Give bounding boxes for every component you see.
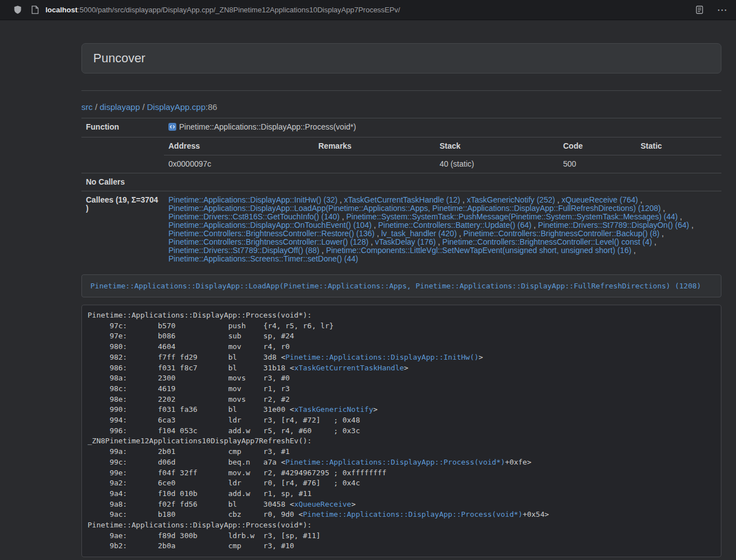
- breadcrumb-separator: /: [93, 102, 100, 112]
- callee-link[interactable]: xTaskGenericNotify (252): [467, 195, 555, 204]
- code-symbol-link[interactable]: xTaskGenericNotify: [294, 405, 373, 414]
- callee-separator: ,: [340, 212, 344, 221]
- code-symbol-link[interactable]: Pinetime::Applications::DisplayApp::Proc…: [285, 458, 505, 466]
- callee-separator: ,: [532, 221, 536, 229]
- callee-separator: ,: [337, 195, 342, 204]
- url-path: :5000/path/src/displayapp/DisplayApp.cpp…: [77, 6, 400, 14]
- browser-chrome: localhost:5000/path/src/displayapp/Displ…: [0, 0, 736, 20]
- callee-link[interactable]: xTaskGetCurrentTaskHandle (12): [344, 195, 460, 204]
- callee-link[interactable]: Pinetime::Applications::DisplayApp::Load…: [168, 204, 661, 213]
- code-symbol-link[interactable]: xQueueReceive: [294, 500, 351, 508]
- column-header-remarks: Remarks: [314, 137, 435, 155]
- disassembly: Pinetime::Applications::DisplayApp::Proc…: [81, 305, 721, 557]
- function-label: Function: [81, 118, 164, 137]
- callee-separator: ,: [689, 221, 694, 229]
- column-header-static: Static: [636, 137, 721, 155]
- callee-separator: ,: [460, 195, 465, 204]
- column-header-address: Address: [164, 137, 314, 155]
- url-host: localhost: [45, 6, 77, 14]
- function-name: Pinetime::Applications::DisplayApp::Proc…: [179, 122, 356, 131]
- callee-link[interactable]: Pinetime::Controllers::BrightnessControl…: [463, 229, 659, 238]
- callees-row: Callees (19, Σ=3704 ) Pinetime::Applicat…: [81, 191, 721, 268]
- breadcrumb-link[interactable]: displayapp: [100, 102, 140, 112]
- callee-link[interactable]: Pinetime::Controllers::BrightnessControl…: [168, 237, 368, 246]
- callee-link[interactable]: Pinetime::Components::LittleVgl::SetNewT…: [326, 246, 632, 255]
- page-title: Puncover: [93, 51, 710, 66]
- metrics-header-row: Address Remarks Stack Code Static: [164, 137, 721, 155]
- callee-separator: ,: [319, 246, 324, 255]
- divider: [81, 90, 721, 91]
- callee-link[interactable]: Pinetime::Controllers::BrightnessControl…: [442, 237, 652, 246]
- overflow-menu-icon[interactable]: ⋯: [717, 4, 728, 15]
- function-row: Function Pinetime::Applications::Display…: [81, 118, 721, 137]
- reader-view-icon[interactable]: [696, 6, 703, 14]
- callees-label: Callees (19, Σ=3704 ): [81, 191, 164, 268]
- callee-link[interactable]: lv_task_handler (420): [381, 229, 457, 238]
- static-value: [636, 155, 721, 173]
- metrics-value-row: 0x0000097c 40 (static) 500: [164, 155, 721, 173]
- callee-link[interactable]: Pinetime::Drivers::St7789::DisplayOn() (…: [538, 221, 689, 229]
- callee-link[interactable]: Pinetime::Applications::DisplayApp::Init…: [168, 195, 337, 204]
- callee-link[interactable]: xQueueReceive (764): [561, 195, 638, 204]
- callee-separator: ,: [638, 195, 642, 204]
- callee-separator: ,: [678, 212, 682, 221]
- callee-separator: ,: [372, 221, 376, 229]
- panel-heading-link[interactable]: Pinetime::Applications::DisplayApp::Load…: [82, 275, 721, 297]
- disassembly-code: Pinetime::Applications::DisplayApp::Proc…: [88, 311, 549, 550]
- column-header-code: Code: [559, 137, 636, 155]
- callee-link[interactable]: vTaskDelay (176): [375, 237, 436, 246]
- code-symbol-link[interactable]: Pinetime::Applications::DisplayApp::Proc…: [303, 510, 523, 518]
- breadcrumb-link[interactable]: src: [81, 102, 93, 112]
- remarks-value: [314, 155, 435, 173]
- stack-value: 40 (static): [435, 155, 559, 173]
- code-size-value: 500: [559, 155, 636, 173]
- callee-link[interactable]: Pinetime::Controllers::Battery::Update()…: [378, 221, 532, 229]
- callee-link[interactable]: Pinetime::System::SystemTask::PushMessag…: [346, 212, 678, 221]
- main-content: Puncover src / displayapp / DisplayApp.c…: [81, 43, 721, 557]
- no-callers-label: No Callers: [81, 173, 164, 191]
- callee-separator: ,: [436, 237, 440, 246]
- callee-separator: ,: [555, 195, 560, 204]
- callee-link[interactable]: Pinetime::Drivers::Cst816S::GetTouchInfo…: [168, 212, 340, 221]
- callee-separator: ,: [652, 237, 656, 246]
- breadcrumb: src / displayapp / DisplayApp.cpp:86: [81, 102, 721, 112]
- breadcrumb-link[interactable]: DisplayApp.cpp: [147, 102, 205, 112]
- callees-list: Pinetime::Applications::DisplayApp::Init…: [164, 191, 721, 268]
- address-value: 0x0000097c: [164, 155, 314, 173]
- callee-link[interactable]: Pinetime::Drivers::St7789::DisplayOff() …: [168, 246, 319, 255]
- function-icon: [168, 123, 176, 132]
- callee-separator: ,: [374, 229, 379, 238]
- app-header: Puncover: [81, 43, 721, 74]
- shield-icon[interactable]: [13, 5, 22, 15]
- callee-link[interactable]: Pinetime::Controllers::BrightnessControl…: [168, 229, 374, 238]
- metrics-table: Address Remarks Stack Code Static 0x0000…: [164, 137, 721, 173]
- callee-link[interactable]: Pinetime::Applications::DisplayApp::OnTo…: [168, 221, 372, 229]
- callee-separator: ,: [660, 229, 664, 238]
- page-icon[interactable]: [31, 6, 39, 14]
- code-symbol-link[interactable]: Pinetime::Applications::DisplayApp::Init…: [285, 353, 478, 361]
- symbol-panel: Pinetime::Applications::DisplayApp::Load…: [81, 274, 721, 297]
- code-symbol-link[interactable]: xTaskGetCurrentTaskHandle: [294, 364, 404, 372]
- metrics-row: Address Remarks Stack Code Static 0x0000…: [81, 137, 721, 173]
- url-bar[interactable]: localhost:5000/path/src/displayapp/Displ…: [45, 6, 696, 14]
- breadcrumb-separator: /: [140, 102, 147, 112]
- breadcrumb-line-number: :86: [205, 102, 217, 112]
- callee-separator: ,: [661, 204, 665, 213]
- callee-separator: ,: [632, 246, 636, 255]
- column-header-stack: Stack: [435, 137, 559, 155]
- callee-link[interactable]: Pinetime::Applications::Screens::Timer::…: [168, 254, 358, 263]
- symbol-table: Function Pinetime::Applications::Display…: [81, 118, 721, 268]
- callee-separator: ,: [368, 237, 373, 246]
- callers-row: No Callers: [81, 173, 721, 191]
- callee-separator: ,: [457, 229, 461, 238]
